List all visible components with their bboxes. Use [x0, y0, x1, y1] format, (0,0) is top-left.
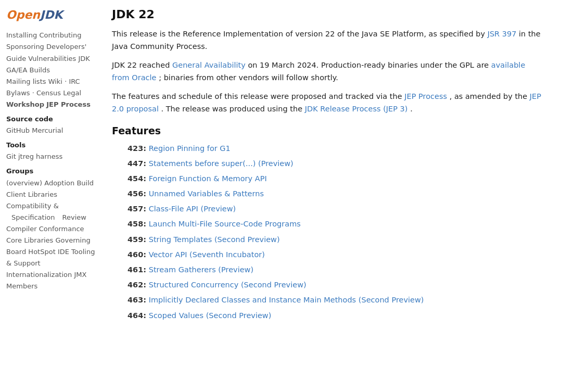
feature-num: 464:: [127, 310, 146, 322]
feature-link[interactable]: Statements before super(...) (Preview): [149, 159, 293, 168]
page-title: JDK 22: [112, 8, 544, 21]
feature-link[interactable]: Unnamed Variables & Patterns: [149, 189, 264, 198]
sidebar-item-client-libraries[interactable]: Client Libraries: [6, 191, 57, 198]
para1-text: This release is the Reference Implementa…: [112, 30, 485, 38]
feature-link[interactable]: Implicitly Declared Classes and Instance…: [149, 296, 424, 304]
sidebar-item-mercurial[interactable]: Mercurial: [32, 127, 63, 134]
sidebar-item-installing[interactable]: Installing: [6, 31, 37, 39]
sidebar-groups-header: Groups: [6, 166, 96, 177]
logo: OpenJDK: [6, 5, 96, 24]
logo-jdk: JDK: [40, 8, 63, 21]
sidebar-item-bylaws[interactable]: Bylaws: [6, 89, 30, 97]
sidebar-item-jep-process[interactable]: JEP Process: [46, 100, 91, 108]
sidebar-item-git[interactable]: Git: [6, 153, 16, 160]
feature-link[interactable]: Launch Multi-File Source-Code Programs: [149, 220, 301, 228]
feature-item: 463: Implicitly Declared Classes and Ins…: [127, 294, 544, 306]
feature-link[interactable]: Region Pinning for G1: [149, 144, 231, 153]
main-content: JDK 22 This release is the Reference Imp…: [101, 0, 559, 392]
feature-link[interactable]: Class-File API (Preview): [149, 205, 236, 213]
features-list: 423: Region Pinning for G1447: Statement…: [112, 143, 544, 322]
sidebar-item-mailing-lists[interactable]: Mailing lists: [6, 78, 46, 85]
feature-item: 462: Structured Concurrency (Second Prev…: [127, 279, 544, 291]
sidebar-item-workshop[interactable]: Workshop: [6, 100, 44, 108]
sidebar-item-internationalization[interactable]: Internationalization: [6, 271, 72, 279]
sidebar-item-build[interactable]: Build: [76, 179, 94, 187]
feature-num: 459:: [127, 234, 146, 246]
feature-item: 459: String Templates (Second Preview): [127, 234, 544, 246]
sidebar-item-contributing[interactable]: Contributing: [39, 31, 81, 39]
feature-item: 457: Class-File API (Preview): [127, 203, 544, 215]
feature-link[interactable]: Vector API (Seventh Incubator): [149, 250, 265, 259]
jsr-397-link[interactable]: JSR 397: [488, 30, 517, 38]
sidebar-item-adoption[interactable]: Adoption: [44, 179, 74, 187]
sidebar-item-compiler[interactable]: Compiler: [6, 225, 37, 233]
sidebar-item-legal[interactable]: Legal: [63, 89, 81, 97]
feature-link[interactable]: Structured Concurrency (Second Preview): [149, 281, 306, 289]
feature-num: 456:: [127, 188, 146, 200]
jep-process-link[interactable]: JEP Process: [404, 92, 447, 100]
sidebar-tools-header: Tools: [6, 140, 96, 151]
feature-item: 456: Unnamed Variables & Patterns: [127, 188, 544, 200]
feature-item: 464: Scoped Values (Second Preview): [127, 310, 544, 322]
feature-num: 457:: [127, 203, 146, 215]
feature-item: 447: Statements before super(...) (Previ…: [127, 158, 544, 170]
features-heading: Features: [112, 125, 544, 136]
sidebar-item-jmx[interactable]: JMX: [74, 271, 86, 279]
feature-link[interactable]: String Templates (Second Preview): [149, 235, 280, 244]
jdk-release-process-link[interactable]: JDK Release Process (JEP 3): [305, 105, 408, 113]
feature-item: 454: Foreign Function & Memory API: [127, 173, 544, 185]
feature-link[interactable]: Foreign Function & Memory API: [149, 174, 267, 183]
sidebar-item-sponsoring[interactable]: Sponsoring: [6, 43, 44, 50]
feature-num: 423:: [127, 143, 146, 155]
intro-para-3: The features and schedule of this releas…: [112, 91, 544, 116]
sidebar-item-members[interactable]: Members: [6, 282, 37, 290]
logo-open: Open: [6, 8, 40, 21]
sidebar-item-census[interactable]: Census: [36, 89, 61, 97]
sidebar-item-review[interactable]: Review: [57, 213, 86, 221]
feature-item: 460: Vector API (Seventh Incubator): [127, 249, 544, 261]
sidebar-item-irc[interactable]: IRC: [69, 78, 80, 85]
feature-item: 423: Region Pinning for G1: [127, 143, 544, 155]
feature-num: 460:: [127, 249, 146, 261]
feature-num: 458:: [127, 218, 146, 230]
intro-para-1: This release is the Reference Implementa…: [112, 28, 544, 53]
sidebar-item-vulnerabilities[interactable]: Vulnerabilities: [28, 55, 76, 62]
sidebar-source-code-header: Source code: [6, 113, 96, 125]
general-availability-link[interactable]: General Availability: [172, 61, 246, 69]
feature-item: 458: Launch Multi-File Source-Code Progr…: [127, 218, 544, 230]
feature-num: 454:: [127, 173, 146, 185]
sidebar-item-compatibility[interactable]: Compatibility &: [6, 202, 59, 210]
feature-link[interactable]: Scoped Values (Second Preview): [149, 311, 272, 320]
intro-para-2: JDK 22 reached General Availability on 1…: [112, 59, 544, 84]
sidebar-item-github[interactable]: GitHub: [6, 127, 30, 134]
sidebar-item-overview[interactable]: (overview): [6, 179, 42, 187]
feature-item: 461: Stream Gatherers (Preview): [127, 264, 544, 276]
sidebar-item-jtreg[interactable]: jtreg harness: [18, 153, 62, 160]
sidebar-item-bylaws-census: Bylaws · Census: [6, 89, 63, 97]
sidebar-item-wiki-irc: Wiki · IRC: [48, 78, 80, 85]
feature-num: 462:: [127, 279, 146, 291]
feature-num: 461:: [127, 264, 146, 276]
sidebar-item-specification[interactable]: Specification: [6, 213, 55, 221]
sidebar: OpenJDK Installing Contributing Sponsori…: [0, 0, 101, 392]
sidebar-item-core-libraries[interactable]: Core Libraries: [6, 236, 53, 244]
sidebar-item-wiki[interactable]: Wiki: [48, 78, 62, 85]
feature-link[interactable]: Stream Gatherers (Preview): [149, 265, 253, 274]
feature-num: 447:: [127, 158, 146, 170]
sidebar-item-hotspot[interactable]: HotSpot: [28, 248, 55, 256]
feature-num: 463:: [127, 294, 146, 306]
sidebar-item-conformance[interactable]: Conformance: [39, 225, 84, 233]
